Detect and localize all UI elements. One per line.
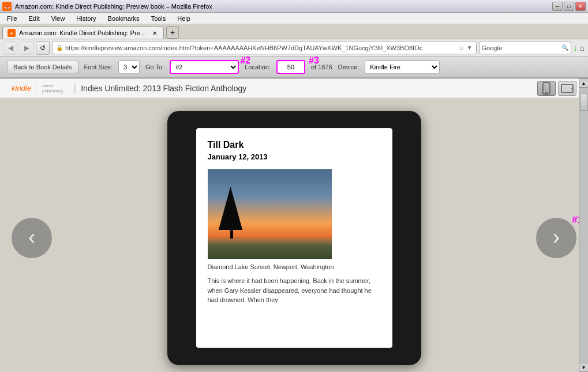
main-content: kindle direct publishing | Indies Unlimi…: [0, 79, 588, 372]
tablet-view-button[interactable]: [558, 81, 576, 96]
bookmark-star-icon[interactable]: ☆: [458, 44, 465, 52]
scrollbar-track[interactable]: [579, 88, 588, 363]
next-arrow-icon: ›: [553, 225, 560, 250]
location-input[interactable]: [276, 60, 305, 74]
story-text: This is where it had been happening. Bac…: [208, 276, 381, 305]
url-text: https://kindlepreview.amazon.com/index.h…: [65, 44, 456, 51]
back-to-book-button[interactable]: Back to Book Details: [7, 61, 78, 73]
story-date: January 12, 2013: [208, 152, 381, 161]
refresh-button[interactable]: ↺: [36, 41, 50, 55]
title-bar-left: 🦊 Amazon.com: Kindle Direct Publishing: …: [2, 2, 212, 11]
forward-button[interactable]: ▶: [20, 41, 33, 55]
window-controls[interactable]: ─ □ ✕: [552, 2, 586, 11]
tab-close-button[interactable]: ✕: [151, 29, 159, 37]
device-label: Device:: [338, 64, 359, 70]
back-button[interactable]: ◀: [3, 41, 17, 55]
phone-icon: [542, 82, 550, 95]
story-title: Till Dark: [208, 140, 381, 150]
security-icon: 🔒: [56, 44, 63, 51]
menu-file[interactable]: File: [5, 14, 20, 23]
view-buttons: [537, 81, 576, 96]
close-button[interactable]: ✕: [575, 2, 586, 11]
new-tab-button[interactable]: +: [166, 26, 179, 39]
prev-arrow-icon: ‹: [28, 225, 35, 250]
book-title: Indies Unlimited: 2013 Flash Fiction Ant…: [81, 84, 246, 93]
active-tab[interactable]: A Amazon.com: Kindle Direct Publishing: …: [2, 27, 164, 39]
kindle-screen: Till Dark January 12, 2013 Diamond Lake …: [196, 128, 392, 348]
font-size-select[interactable]: 3 1245: [118, 60, 140, 74]
font-size-label: Font Size:: [84, 64, 113, 70]
tab-bar: A Amazon.com: Kindle Direct Publishing: …: [0, 24, 588, 39]
search-bar[interactable]: Google 🔍: [479, 42, 571, 54]
goto-label: Go To:: [145, 64, 164, 70]
browser-icon: 🦊: [2, 2, 12, 11]
scroll-down-button[interactable]: ▼: [579, 363, 589, 372]
kdp-right-text: direct publishing: [42, 83, 63, 94]
menu-tools[interactable]: Tools: [149, 14, 168, 23]
device-select[interactable]: Kindle Fire Kindle Kindle Paperwhite: [365, 60, 440, 74]
prev-page-button[interactable]: ‹: [12, 218, 52, 258]
home-icon[interactable]: ⌂: [580, 43, 585, 53]
download-icon[interactable]: ↓: [574, 43, 578, 53]
kindle-logo-text: kindle: [12, 84, 31, 92]
scrollbar[interactable]: ▲ ▼: [579, 79, 588, 372]
goto-select[interactable]: #2: [170, 60, 239, 74]
title-bar: 🦊 Amazon.com: Kindle Direct Publishing: …: [0, 0, 588, 13]
menu-view[interactable]: View: [49, 14, 68, 23]
kdp-logo: kindle direct publishing: [12, 83, 63, 94]
search-engine-label: Google: [482, 44, 559, 51]
annotation-3-label: #3: [309, 55, 319, 66]
scroll-up-button[interactable]: ▲: [579, 79, 589, 88]
nav-bar: ◀ ▶ ↺ 🔒 https://kindlepreview.amazon.com…: [0, 39, 588, 57]
next-page-button[interactable]: › #1: [536, 218, 576, 258]
menu-bar: File Edit View History Bookmarks Tools H…: [0, 13, 588, 24]
menu-edit[interactable]: Edit: [27, 14, 42, 23]
url-dropdown-icon[interactable]: ▼: [467, 44, 473, 51]
menu-help[interactable]: Help: [175, 14, 193, 23]
kindle-device: Till Dark January 12, 2013 Diamond Lake …: [167, 111, 421, 365]
book-header: kindle direct publishing | Indies Unlimi…: [0, 79, 588, 98]
window-title: Amazon.com: Kindle Direct Publishing: Pr…: [15, 3, 212, 10]
tab-favicon: A: [8, 29, 16, 37]
menu-history[interactable]: History: [74, 14, 98, 23]
search-go-button[interactable]: 🔍: [561, 44, 568, 51]
address-bar[interactable]: 🔒 https://kindlepreview.amazon.com/index…: [52, 42, 477, 54]
annotation-2-label: #2: [240, 55, 250, 66]
toolbar: Back to Book Details Font Size: 3 1245 G…: [0, 57, 588, 79]
kindle-container: ‹ Till Dark January 12, 2013 Diamo: [0, 104, 588, 372]
svg-rect-1: [545, 92, 548, 94]
image-caption: Diamond Lake Sunset, Newport, Washington: [208, 263, 381, 270]
water-reflection: [208, 239, 332, 259]
tablet-icon: [561, 84, 574, 93]
scrollbar-thumb[interactable]: [580, 94, 588, 111]
tab-label: Amazon.com: Kindle Direct Publishing: Pr…: [19, 29, 147, 36]
minimize-button[interactable]: ─: [552, 2, 563, 11]
maximize-button[interactable]: □: [564, 2, 574, 11]
svg-point-3: [571, 88, 572, 89]
phone-view-button[interactable]: [537, 81, 556, 96]
menu-bookmarks[interactable]: Bookmarks: [106, 14, 142, 23]
story-image: [208, 169, 332, 259]
